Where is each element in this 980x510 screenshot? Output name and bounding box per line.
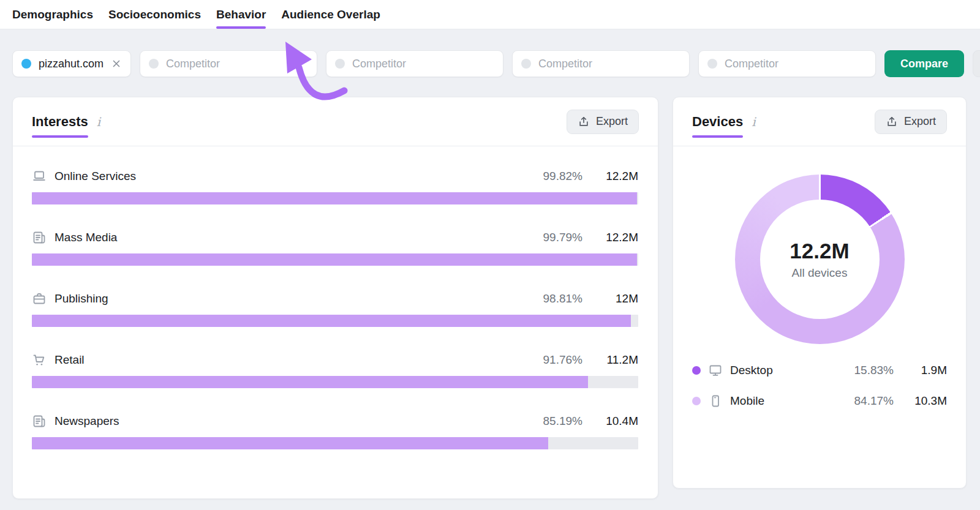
interest-bar-track	[32, 315, 638, 327]
interest-value: 10.4M	[590, 414, 638, 428]
interest-percent: 85.19%	[509, 414, 582, 428]
briefcase-icon	[32, 291, 47, 306]
interest-bar-track	[32, 192, 638, 204]
export-label: Export	[904, 115, 936, 128]
interest-bar-track	[32, 253, 638, 266]
devices-donut-chart[interactable]: 12.2M All devices	[735, 174, 905, 344]
competitor-dot-icon	[149, 59, 159, 69]
competitor-dot-icon	[521, 59, 531, 69]
legend-percent: 15.83%	[832, 364, 894, 377]
devices-title: Devices	[692, 114, 743, 130]
info-icon[interactable]: i	[752, 114, 755, 129]
interest-value: 12.2M	[590, 231, 638, 244]
legend-percent: 84.17%	[832, 394, 894, 408]
desktop-color-dot	[692, 366, 701, 375]
compare-button[interactable]: Compare	[884, 50, 964, 77]
devices-legend: Desktop 15.83% 1.9M Mobile 84.17% 10.3M	[673, 344, 966, 412]
interest-row: Publishing 98.81% 12M	[32, 290, 638, 327]
clear-button[interactable]: Clear	[973, 50, 980, 77]
interest-row: Newspapers 85.19% 10.4M	[32, 413, 638, 449]
interest-value: 11.2M	[590, 353, 638, 367]
interest-label: Mass Media	[55, 231, 117, 244]
donut-center: 12.2M All devices	[735, 174, 905, 344]
donut-total-value: 12.2M	[790, 239, 849, 263]
interest-label: Retail	[55, 353, 85, 367]
interests-header: Interests i Export	[13, 97, 658, 146]
interest-row: Online Services 99.82% 12.2M	[32, 168, 638, 204]
legend-row-desktop[interactable]: Desktop 15.83% 1.9M	[692, 359, 947, 381]
devices-export-button[interactable]: Export	[875, 110, 947, 134]
interest-bar-fill	[32, 437, 548, 449]
laptop-icon	[32, 169, 47, 184]
legend-value: 10.3M	[901, 394, 947, 408]
interest-bar-track	[32, 437, 638, 449]
competitor-input-1[interactable]	[166, 58, 308, 70]
legend-label: Desktop	[730, 364, 773, 377]
interests-card: Interests i Export Online Services 99.82…	[12, 97, 658, 499]
interest-bar-fill	[32, 253, 637, 266]
competitor-field-4[interactable]	[698, 50, 876, 77]
desktop-icon	[708, 363, 723, 378]
competitor-dot-icon	[335, 59, 345, 69]
interest-row: Mass Media 99.79% 12.2M	[32, 229, 638, 266]
competitor-field-3[interactable]	[512, 50, 690, 77]
interest-percent: 91.76%	[509, 353, 582, 367]
competitor-input-2[interactable]	[352, 58, 494, 70]
domain-dot-icon	[21, 59, 31, 69]
domain-chip-label: pizzahut.com	[39, 58, 104, 70]
competitor-input-4[interactable]	[725, 58, 867, 70]
interests-rows: Online Services 99.82% 12.2M Mass Media …	[13, 146, 658, 449]
interest-bar-track	[32, 376, 638, 388]
devices-header: Devices i Export	[673, 97, 966, 146]
close-icon[interactable]	[111, 58, 122, 69]
interest-percent: 99.82%	[509, 170, 582, 183]
legend-value: 1.9M	[901, 364, 947, 377]
interest-label: Online Services	[55, 170, 136, 183]
top-nav: Demographics Socioeconomics Behavior Aud…	[0, 0, 980, 29]
export-icon	[886, 116, 898, 128]
competitor-field-1[interactable]	[140, 50, 317, 77]
tab-socioeconomics[interactable]: Socioeconomics	[108, 0, 201, 29]
interests-title: Interests	[32, 114, 88, 130]
info-icon[interactable]: i	[97, 114, 100, 129]
main-content: Interests i Export Online Services 99.82…	[12, 97, 968, 499]
interest-row: Retail 91.76% 11.2M	[32, 351, 638, 388]
interests-export-button[interactable]: Export	[567, 110, 639, 134]
devices-card: Devices i Export 12.2M All devices Deskt…	[673, 97, 967, 489]
interest-percent: 99.79%	[509, 231, 582, 244]
newspaper-icon	[32, 230, 47, 245]
filter-bar: pizzahut.com Compare Clear	[12, 50, 968, 77]
interest-label: Newspapers	[55, 414, 119, 428]
donut-total-label: All devices	[792, 266, 848, 280]
domain-chip[interactable]: pizzahut.com	[12, 50, 131, 77]
interest-bar-fill	[32, 376, 588, 388]
cart-icon	[32, 353, 47, 367]
mobile-color-dot	[692, 397, 701, 405]
tab-demographics[interactable]: Demographics	[12, 0, 93, 29]
legend-label: Mobile	[730, 394, 764, 408]
competitor-field-2[interactable]	[326, 50, 503, 77]
mobile-icon	[708, 394, 723, 408]
interest-label: Publishing	[55, 292, 108, 306]
competitor-input-3[interactable]	[538, 58, 680, 70]
interest-percent: 98.81%	[509, 292, 582, 306]
export-icon	[578, 116, 590, 128]
legend-row-mobile[interactable]: Mobile 84.17% 10.3M	[692, 390, 947, 412]
interest-bar-fill	[32, 192, 637, 204]
newspaper-icon	[32, 414, 47, 429]
interest-bar-fill	[32, 315, 631, 327]
tab-behavior[interactable]: Behavior	[216, 0, 266, 29]
competitor-dot-icon	[707, 59, 717, 69]
export-label: Export	[596, 115, 628, 128]
interest-value: 12M	[590, 292, 638, 306]
interest-value: 12.2M	[590, 170, 638, 183]
tab-audience-overlap[interactable]: Audience Overlap	[281, 0, 380, 29]
